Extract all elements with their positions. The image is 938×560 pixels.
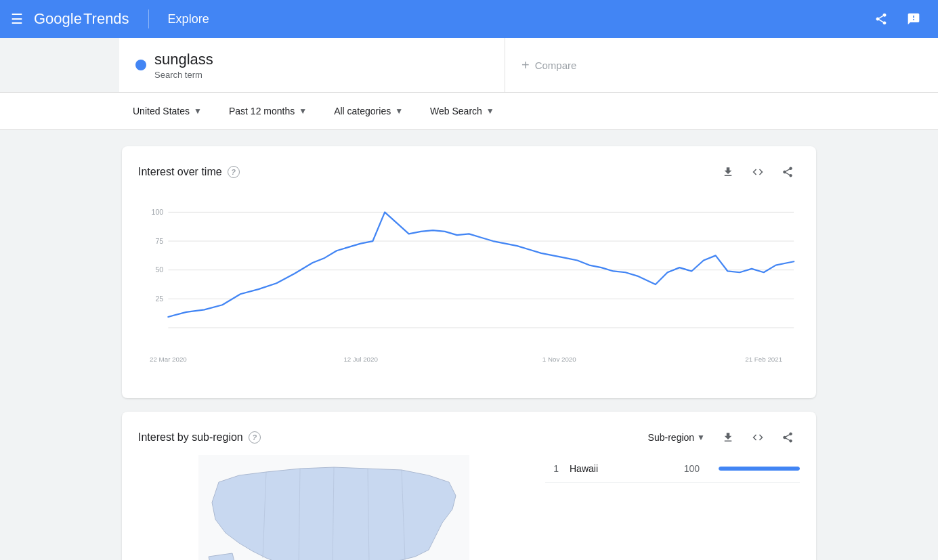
feedback-icon [907,12,920,26]
card-title-row-subregion: Interest by sub-region ? [138,431,261,444]
search-type-dropdown-arrow: ▼ [486,106,494,116]
interest-chart: 100 75 50 25 22 Mar 2020 12 Jul 2020 1 N… [138,190,800,379]
ranking-number: 1 [545,463,559,474]
map-area: Hawaii [122,455,545,560]
interest-by-subregion-title: Interest by sub-region [138,431,243,444]
svg-text:22 Mar 2020: 22 Mar 2020 [150,356,187,363]
time-range-label: Past 12 months [229,106,295,116]
interest-over-time-title: Interest over time [138,166,222,178]
subregion-actions: Sub-region ▼ [643,425,800,450]
help-icon-subregion[interactable]: ? [249,431,261,444]
location-dropdown-arrow: ▼ [194,106,202,116]
search-type-label: Web Search [430,106,482,116]
download-icon [722,166,734,178]
search-term-type: Search term [154,70,213,80]
search-area: sunglass Search term + Compare [119,38,938,92]
download-button-subregion[interactable] [716,425,740,450]
compare-label: Compare [535,60,577,71]
time-range-dropdown-arrow: ▼ [299,106,307,116]
code-icon [752,166,764,178]
logo-google: Google [34,10,82,28]
help-icon-iot[interactable]: ? [228,166,240,178]
code-icon-subregion [752,431,764,444]
embed-button-iot[interactable] [746,160,770,184]
search-dot [135,60,146,70]
svg-text:50: 50 [155,265,163,274]
search-term-info: sunglass Search term [154,51,213,80]
compare-box[interactable]: + Compare [505,38,938,92]
share-icon [874,12,888,26]
header-divider [148,9,149,28]
svg-text:21 Feb 2021: 21 Feb 2021 [745,356,782,363]
card-header-subregion: Interest by sub-region ? Sub-region ▼ [122,412,816,455]
subregion-dropdown-arrow: ▼ [697,433,705,442]
ranking-label: Hawaii [570,463,664,474]
subregion-view-label: Sub-region [648,432,695,443]
search-term-name: sunglass [154,51,213,68]
share-button-subregion[interactable] [775,425,800,450]
svg-text:75: 75 [155,237,163,245]
card-actions-iot [716,160,800,184]
time-range-filter[interactable]: Past 12 months ▼ [215,93,320,129]
location-label: United States [133,106,190,116]
rankings-area: 1 Hawaii 100 [545,455,816,560]
svg-text:1 Nov 2020: 1 Nov 2020 [542,356,576,363]
svg-text:12 Jul 2020: 12 Jul 2020 [343,356,378,363]
feedback-button[interactable] [900,5,927,33]
search-term-box: sunglass Search term [119,38,505,92]
share-icon-subregion [782,431,794,444]
search-type-filter[interactable]: Web Search ▼ [417,93,508,129]
interest-over-time-card: Interest over time ? [122,146,816,398]
subregion-content: Hawaii 1 Hawaii 100 [122,455,816,560]
chart-container-iot: 100 75 50 25 22 Mar 2020 12 Jul 2020 1 N… [122,190,816,398]
share-button[interactable] [868,5,895,33]
svg-text:25: 25 [155,295,163,303]
main-content: Interest over time ? [0,130,938,560]
category-dropdown-arrow: ▼ [395,106,403,116]
filter-bar: United States ▼ Past 12 months ▼ All cat… [0,92,938,130]
ranking-bar-bg [719,467,800,471]
location-filter[interactable]: United States ▼ [119,93,215,129]
card-title-row-iot: Interest over time ? [138,166,240,178]
download-icon-subregion [722,431,734,444]
header: ☰ Google Trends Explore [0,0,938,38]
us-map: Hawaii [198,455,469,560]
header-actions [868,5,927,33]
card-header-iot: Interest over time ? [122,146,816,190]
category-label: All categories [334,106,391,116]
logo-trends: Trends [83,10,129,28]
download-button-iot[interactable] [716,160,740,184]
ranking-bar [719,467,800,471]
ranking-value: 100 [675,463,700,474]
interest-by-subregion-card: Interest by sub-region ? Sub-region ▼ [122,412,816,560]
subregion-view-dropdown[interactable]: Sub-region ▼ [643,428,710,447]
category-filter[interactable]: All categories ▼ [320,93,417,129]
share-button-iot[interactable] [775,160,800,184]
logo: Google Trends [34,10,129,28]
explore-label: Explore [168,12,209,26]
share-icon-iot [782,166,794,178]
embed-button-subregion[interactable] [746,425,770,450]
menu-icon[interactable]: ☰ [11,11,23,27]
compare-plus-icon: + [521,58,530,73]
ranking-item: 1 Hawaii 100 [545,455,800,483]
svg-text:100: 100 [152,208,164,216]
